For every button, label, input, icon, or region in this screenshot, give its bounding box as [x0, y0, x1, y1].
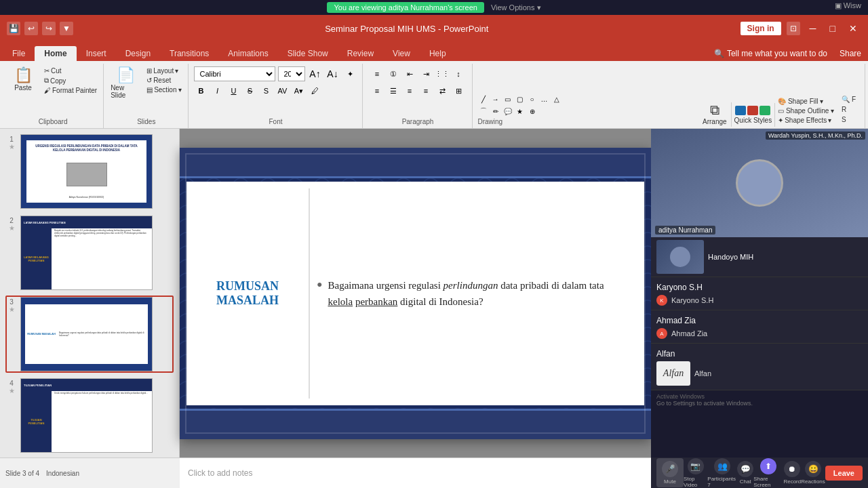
- undo-icon[interactable]: ↩: [24, 22, 38, 35]
- section-button[interactable]: ▤ Section ▾: [144, 85, 183, 94]
- slide-canvas[interactable]: RUMUSANMASALAH ● Bagaimana urgensi regul…: [180, 148, 651, 439]
- slide-thumb-1[interactable]: 1 ★ URGENSI REGULASI PERLINDUNGAN DATA P…: [5, 133, 174, 210]
- grow-font-button[interactable]: A↑: [308, 66, 323, 81]
- stop-video-button[interactable]: 📷 Stop Video: [684, 458, 707, 488]
- tab-insert[interactable]: Insert: [77, 46, 116, 61]
- new-slide-button[interactable]: 📄 New Slide: [109, 66, 142, 100]
- chat-button[interactable]: 💬 Chat: [737, 461, 753, 485]
- highlight-button[interactable]: 🖊: [308, 83, 323, 98]
- shape-options-section: 🎨 Shape Fill ▾ ▭ Shape Outline ▾ ✦ Shape…: [775, 95, 837, 127]
- slide-content-area[interactable]: RUMUSANMASALAH ● Bagaimana urgensi regul…: [186, 182, 644, 405]
- shape-rect[interactable]: ▭: [502, 94, 513, 104]
- leave-button[interactable]: Leave: [825, 466, 863, 481]
- cut-button[interactable]: ✂ Cut: [42, 66, 99, 75]
- tab-home[interactable]: Home: [35, 46, 76, 61]
- columns-button[interactable]: ⋮⋮: [435, 66, 450, 81]
- find-button[interactable]: 🔍 F: [840, 95, 858, 104]
- italic-button[interactable]: I: [210, 83, 225, 98]
- reactions-icon: 😀: [805, 461, 821, 477]
- redo-icon[interactable]: ↪: [42, 22, 56, 35]
- select-button[interactable]: S: [840, 115, 858, 124]
- font-name-selector[interactable]: Calibri: [194, 66, 275, 81]
- record-button[interactable]: ⏺ Record: [783, 461, 801, 485]
- shape-connector[interactable]: ⊕: [527, 106, 538, 117]
- view-options-button[interactable]: View Options ▾: [491, 3, 541, 12]
- replace-button[interactable]: R: [840, 105, 858, 114]
- bullets-button[interactable]: ≡: [370, 66, 384, 81]
- font-size-selector[interactable]: 20: [278, 66, 305, 81]
- participants-button[interactable]: 👥 Participants 7: [707, 458, 737, 488]
- format-painter-button[interactable]: 🖌 Format Painter: [42, 86, 99, 95]
- notes-bar[interactable]: Click to add notes: [180, 458, 651, 488]
- align-center-button[interactable]: ☰: [386, 83, 401, 98]
- slide-thumb-3[interactable]: 3 ★ RUMUSAN MASALAH Bagaimana urgensi re…: [5, 296, 174, 373]
- shape-callout[interactable]: 💬: [502, 106, 513, 117]
- text-direction-button[interactable]: ⇄: [435, 83, 450, 98]
- justify-button[interactable]: ≡: [418, 83, 433, 98]
- shape-outline-button[interactable]: ▭ Shape Outline ▾: [778, 107, 834, 115]
- slide-number-3: 3: [7, 297, 16, 306]
- shape-curve[interactable]: ⌒: [478, 106, 489, 117]
- slide3-title: RUMUSAN MASALAH: [27, 332, 56, 336]
- quick-styles-button[interactable]: Quick Styles: [734, 106, 772, 124]
- shape-freeform[interactable]: ✏: [490, 106, 501, 117]
- shape-more[interactable]: …: [539, 94, 550, 104]
- share-button[interactable]: Share: [840, 49, 861, 58]
- shape-triangle[interactable]: △: [551, 94, 562, 104]
- convert-smartart-button[interactable]: ⊞: [451, 83, 466, 98]
- shape-oval[interactable]: ○: [527, 94, 538, 104]
- tab-help[interactable]: Help: [420, 46, 456, 61]
- arrange-button[interactable]: ⧉ Arrange: [703, 102, 727, 125]
- mute-button[interactable]: 🎤 Mute: [656, 458, 684, 487]
- char-spacing-button[interactable]: AV: [275, 83, 290, 98]
- maximize-button[interactable]: □: [826, 23, 840, 34]
- slide-thumb-2[interactable]: 2 ★ LATAR BELAKANG PENELITIAN LATAR BELA…: [5, 214, 174, 291]
- strikethrough-button[interactable]: S: [243, 83, 258, 98]
- numbering-button[interactable]: ①: [386, 66, 401, 81]
- font-color-button[interactable]: A▾: [292, 83, 307, 98]
- underlined-word-perbankan: perbankan: [355, 296, 397, 307]
- copy-button[interactable]: ⧉ Copy: [42, 76, 99, 85]
- reactions-button[interactable]: 😀 Reactions: [801, 461, 825, 485]
- stop-video-label: Stop Video: [684, 476, 707, 488]
- notes-placeholder[interactable]: Click to add notes: [188, 468, 252, 478]
- increase-indent-button[interactable]: ⇥: [418, 66, 433, 81]
- bold-button[interactable]: B: [194, 83, 209, 98]
- align-right-button[interactable]: ≡: [402, 83, 417, 98]
- underline-button[interactable]: U: [226, 83, 241, 98]
- line-spacing-button[interactable]: ↕: [451, 66, 466, 81]
- slide-thumb-4[interactable]: 4 ★ TUJUAN PENELITIAN TUJUAN PENELITIAN …: [5, 377, 174, 454]
- tab-slideshow[interactable]: Slide Show: [278, 46, 338, 61]
- shape-roundrect[interactable]: ▢: [515, 94, 526, 104]
- tab-view[interactable]: View: [383, 46, 420, 61]
- paste-button[interactable]: 📋 Paste: [7, 66, 39, 93]
- tab-transitions[interactable]: Transitions: [160, 46, 218, 61]
- shape-arrow[interactable]: →: [490, 94, 501, 104]
- sign-in-button[interactable]: Sign in: [741, 22, 781, 35]
- tab-design[interactable]: Design: [116, 46, 160, 61]
- tab-review[interactable]: Review: [338, 46, 383, 61]
- align-left-button[interactable]: ≡: [370, 83, 384, 98]
- minimize-button[interactable]: ─: [806, 23, 821, 34]
- shadow-button[interactable]: S: [259, 83, 274, 98]
- shape-fill-button[interactable]: 🎨 Shape Fill ▾: [778, 98, 834, 105]
- close-button[interactable]: ✕: [845, 23, 861, 34]
- decrease-indent-button[interactable]: ⇤: [402, 66, 417, 81]
- reset-button[interactable]: ↺ Reset: [144, 76, 183, 85]
- tab-file[interactable]: File: [3, 46, 35, 61]
- shape-line[interactable]: ╱: [478, 94, 489, 104]
- customize-icon[interactable]: ▼: [60, 22, 73, 35]
- window-mode-icon[interactable]: ⊡: [787, 22, 800, 35]
- karyono-name: Karyono S.H: [656, 280, 863, 293]
- shape-star[interactable]: ★: [515, 106, 526, 117]
- mute-label: Mute: [664, 479, 676, 485]
- slide-number-4: 4: [7, 378, 16, 387]
- main-video-display: [651, 129, 868, 237]
- shrink-font-button[interactable]: A↓: [326, 66, 340, 81]
- clear-format-button[interactable]: ✦: [343, 66, 358, 81]
- tab-animations[interactable]: Animations: [218, 46, 277, 61]
- layout-button[interactable]: ⊞ Layout ▾: [144, 66, 183, 75]
- save-icon[interactable]: 💾: [7, 22, 20, 35]
- share-screen-button[interactable]: ⬆ Share Screen: [753, 458, 783, 488]
- shape-effects-button[interactable]: ✦ Shape Effects ▾: [778, 117, 834, 124]
